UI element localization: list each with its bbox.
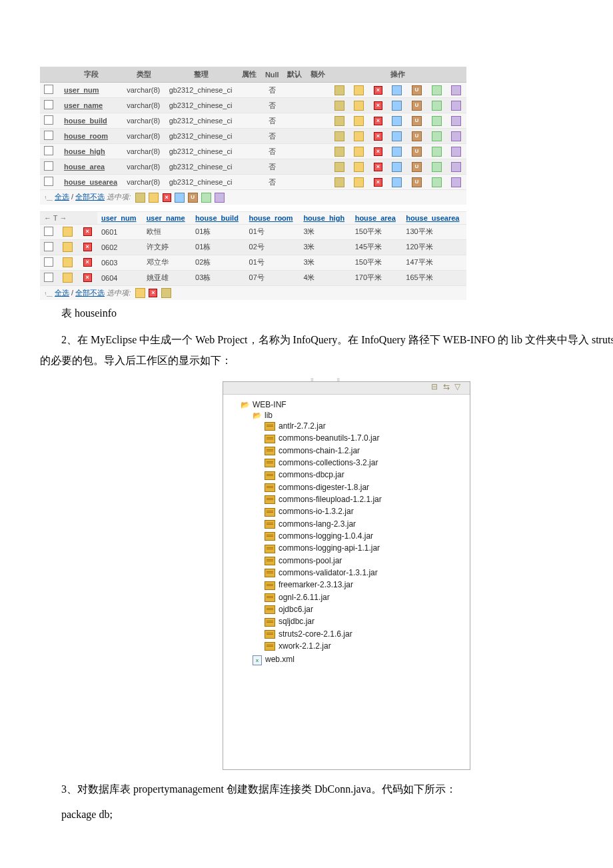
edit-icon[interactable] xyxy=(354,101,364,111)
unselect-all-link[interactable]: 全部不选 xyxy=(75,289,105,297)
unique-icon[interactable]: U xyxy=(412,101,422,111)
primary-key-icon[interactable] xyxy=(392,177,402,187)
browse-icon[interactable] xyxy=(334,177,344,187)
col-house-room[interactable]: house_room xyxy=(249,214,293,222)
browse-icon[interactable] xyxy=(334,162,344,172)
primary-key-icon[interactable] xyxy=(392,147,402,157)
delete-icon[interactable]: × xyxy=(83,273,92,282)
select-all-link[interactable]: 全选 xyxy=(55,193,69,201)
link-icon[interactable]: ⇆ xyxy=(443,382,450,391)
col-house-usearea[interactable]: house_usearea xyxy=(406,214,459,222)
delete-icon[interactable]: × xyxy=(374,101,382,110)
edit-icon[interactable] xyxy=(354,85,364,95)
delete-icon[interactable]: × xyxy=(374,132,382,141)
edit-icon[interactable] xyxy=(63,257,73,267)
folder-web-inf[interactable]: 📂WEB-INF 📂lib antlr-2.7.2.jarcommons-bea… xyxy=(241,399,464,668)
delete-icon[interactable]: × xyxy=(163,193,171,202)
jar-file[interactable]: commons-validator-1.3.1.jar xyxy=(265,567,464,579)
primary-key-icon[interactable] xyxy=(392,85,402,95)
index-icon[interactable] xyxy=(201,193,211,203)
jar-file[interactable]: commons-lang-2.3.jar xyxy=(265,518,464,530)
edit-icon[interactable] xyxy=(63,273,73,283)
unique-icon[interactable]: U xyxy=(412,147,422,157)
index-icon[interactable] xyxy=(432,101,442,111)
delete-icon[interactable]: × xyxy=(83,243,92,251)
jar-file[interactable]: commons-beanutils-1.7.0.jar xyxy=(265,432,464,444)
row-checkbox[interactable] xyxy=(44,85,53,94)
row-checkbox[interactable] xyxy=(44,131,53,140)
primary-key-icon[interactable] xyxy=(392,101,402,111)
delete-icon[interactable]: × xyxy=(374,147,382,156)
browse-icon[interactable] xyxy=(334,85,344,95)
row-checkbox[interactable] xyxy=(44,242,53,251)
jar-file[interactable]: commons-digester-1.8.jar xyxy=(265,481,464,493)
select-all-link[interactable]: 全选 xyxy=(55,289,69,297)
primary-key-icon[interactable] xyxy=(392,131,402,141)
delete-icon[interactable]: × xyxy=(374,178,382,187)
edit-icon[interactable] xyxy=(149,193,159,203)
index-icon[interactable] xyxy=(432,162,442,172)
jar-file[interactable]: commons-chain-1.2.jar xyxy=(265,445,464,457)
unselect-all-link[interactable]: 全部不选 xyxy=(75,193,105,201)
jar-file[interactable]: antlr-2.7.2.jar xyxy=(265,420,464,432)
row-checkbox[interactable] xyxy=(44,177,53,186)
primary-key-icon[interactable] xyxy=(392,162,402,172)
jar-file[interactable]: struts2-core-2.1.6.jar xyxy=(265,628,464,640)
delete-icon[interactable]: × xyxy=(374,117,382,125)
delete-icon[interactable]: × xyxy=(83,258,92,267)
jar-file[interactable]: xwork-2.1.2.jar xyxy=(265,640,464,652)
row-checkbox[interactable] xyxy=(44,273,53,282)
row-checkbox[interactable] xyxy=(44,146,53,155)
row-checkbox[interactable] xyxy=(44,100,53,109)
jar-file[interactable]: sqljdbc.jar xyxy=(265,615,464,627)
jar-file[interactable]: commons-collections-3.2.jar xyxy=(265,457,464,469)
col-house-build[interactable]: house_build xyxy=(195,214,239,222)
delete-icon[interactable]: × xyxy=(83,227,92,236)
edit-icon[interactable] xyxy=(63,227,73,237)
unique-icon[interactable]: U xyxy=(412,116,422,126)
jar-file[interactable]: commons-dbcp.jar xyxy=(265,469,464,481)
primary-key-icon[interactable] xyxy=(392,116,402,126)
collapse-icon[interactable]: ⊟ xyxy=(431,382,438,391)
folder-lib[interactable]: 📂lib antlr-2.7.2.jarcommons-beanutils-1.… xyxy=(253,409,464,653)
delete-icon[interactable]: × xyxy=(374,86,382,95)
index-icon[interactable] xyxy=(432,131,442,141)
row-checkbox[interactable] xyxy=(44,161,53,171)
row-checkbox[interactable] xyxy=(44,227,53,236)
export-icon[interactable] xyxy=(161,288,171,298)
index-icon[interactable] xyxy=(432,116,442,126)
jar-file[interactable]: commons-fileupload-1.2.1.jar xyxy=(265,493,464,505)
col-house-area[interactable]: house_area xyxy=(355,214,396,222)
fulltext-icon[interactable] xyxy=(451,162,461,172)
fulltext-icon[interactable] xyxy=(451,147,461,157)
col-user-name[interactable]: user_name xyxy=(147,214,185,222)
edit-icon[interactable] xyxy=(354,162,364,172)
edit-icon[interactable] xyxy=(354,177,364,187)
fulltext-icon[interactable] xyxy=(451,85,461,95)
project-tree[interactable]: 📂WEB-INF 📂lib antlr-2.7.2.jarcommons-bea… xyxy=(223,395,470,769)
browse-icon[interactable] xyxy=(334,116,344,126)
index-icon[interactable] xyxy=(432,177,442,187)
primary-key-icon[interactable] xyxy=(175,193,185,203)
browse-icon[interactable] xyxy=(334,147,344,157)
unique-icon[interactable]: U xyxy=(412,162,422,172)
jar-file[interactable]: ojdbc6.jar xyxy=(265,603,464,615)
fulltext-icon[interactable] xyxy=(451,101,461,111)
edit-icon[interactable] xyxy=(354,131,364,141)
nav-arrows[interactable]: ← T → xyxy=(40,211,97,224)
unique-icon[interactable]: U xyxy=(188,193,198,203)
col-user-num[interactable]: user_num xyxy=(101,214,137,222)
browse-icon[interactable] xyxy=(334,131,344,141)
row-checkbox[interactable] xyxy=(44,115,53,125)
index-icon[interactable] xyxy=(432,85,442,95)
delete-icon[interactable]: × xyxy=(149,289,157,297)
delete-icon[interactable]: × xyxy=(374,163,382,171)
file-web-xml[interactable]: xweb.xml xyxy=(253,653,464,666)
fulltext-icon[interactable] xyxy=(451,131,461,141)
jar-file[interactable]: commons-pool.jar xyxy=(265,555,464,567)
unique-icon[interactable]: U xyxy=(412,85,422,95)
jar-file[interactable]: commons-logging-1.0.4.jar xyxy=(265,530,464,542)
edit-icon[interactable] xyxy=(354,147,364,157)
browse-icon[interactable] xyxy=(334,101,344,111)
edit-icon[interactable] xyxy=(135,288,145,298)
